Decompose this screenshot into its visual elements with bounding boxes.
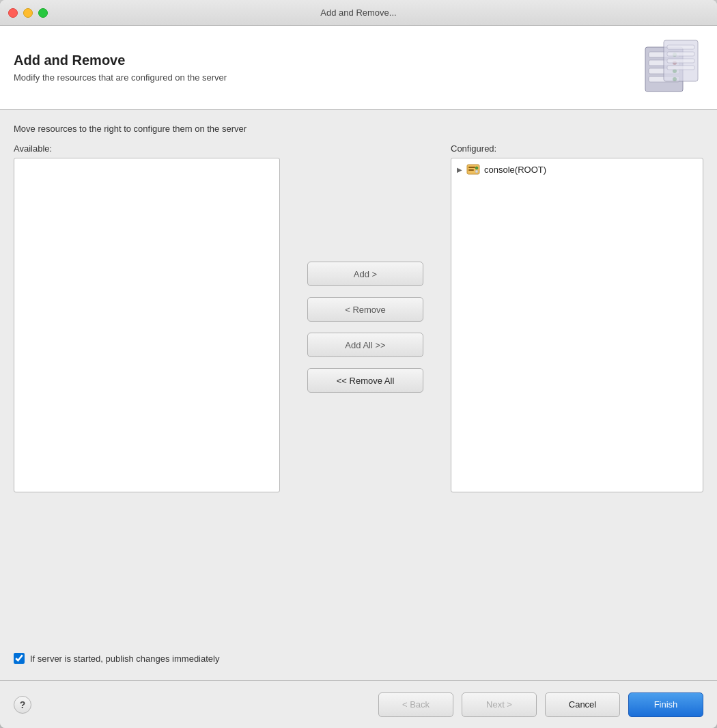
cancel-button[interactable]: Cancel <box>545 692 620 717</box>
traffic-lights <box>8 8 48 18</box>
header-section: Add and Remove Modify the resources that… <box>0 26 717 110</box>
instruction-text: Move resources to the right to configure… <box>14 124 703 134</box>
configured-label: Configured: <box>451 143 703 154</box>
finish-button[interactable]: Finish <box>628 692 703 717</box>
title-bar: Add and Remove... <box>0 0 717 26</box>
svg-rect-13 <box>667 66 694 70</box>
svg-rect-10 <box>667 45 694 49</box>
maximize-button[interactable] <box>38 8 48 18</box>
svg-rect-12 <box>667 59 694 63</box>
back-button[interactable]: < Back <box>378 692 453 717</box>
lists-area: Available: Add > < Remove Add All >> << … <box>14 143 703 639</box>
bottom-bar: ? < Back Next > Cancel Finish <box>0 680 717 728</box>
configured-list: ▶ console(ROOT) <box>451 158 703 492</box>
svg-point-18 <box>475 170 478 173</box>
remove-button[interactable]: < Remove <box>307 297 423 322</box>
add-button[interactable]: Add > <box>307 262 423 286</box>
page-title: Add and Remove <box>14 53 227 68</box>
window-title: Add and Remove... <box>320 8 396 18</box>
remove-all-button[interactable]: << Remove All <box>307 368 423 393</box>
close-button[interactable] <box>8 8 18 18</box>
main-content: Move resources to the right to configure… <box>0 110 717 680</box>
console-icon <box>466 163 480 176</box>
server-svg-icon <box>642 37 703 98</box>
available-label: Available: <box>14 143 280 154</box>
svg-rect-15 <box>468 167 475 168</box>
expand-arrow-icon: ▶ <box>457 166 462 173</box>
header-text: Add and Remove Modify the resources that… <box>14 53 227 83</box>
configured-section: Configured: ▶ console(ROOT) <box>451 143 703 492</box>
add-all-button[interactable]: Add All >> <box>307 333 423 357</box>
main-window: Add and Remove... Add and Remove Modify … <box>0 0 717 728</box>
publish-checkbox-label[interactable]: If server is started, publish changes im… <box>30 654 219 664</box>
server-icon <box>642 37 703 98</box>
svg-point-17 <box>475 167 478 169</box>
transfer-buttons-area: Add > < Remove Add All >> << Remove All <box>280 160 451 494</box>
next-button[interactable]: Next > <box>462 692 537 717</box>
checkbox-area: If server is started, publish changes im… <box>14 650 703 667</box>
configured-item[interactable]: ▶ console(ROOT) <box>451 158 703 180</box>
configured-item-name: console(ROOT) <box>484 165 546 175</box>
page-subtitle: Modify the resources that are configured… <box>14 72 227 83</box>
available-section: Available: <box>14 143 280 492</box>
publish-checkbox[interactable] <box>14 653 25 664</box>
help-button[interactable]: ? <box>14 696 31 714</box>
available-list <box>14 158 280 492</box>
svg-rect-11 <box>667 52 694 56</box>
svg-rect-16 <box>468 169 474 171</box>
minimize-button[interactable] <box>23 8 33 18</box>
